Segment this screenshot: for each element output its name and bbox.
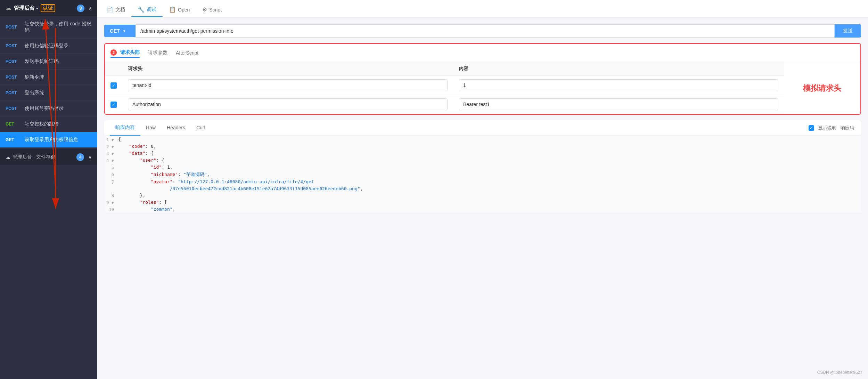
request-headers-table: 请求头 内容 — [105, 62, 784, 114]
show-desc-label: 显示说明 — [818, 125, 836, 131]
line-content: "roles": [ — [118, 200, 861, 205]
tab-response-headers-label: Headers — [167, 125, 185, 130]
sidebar-item-refresh-token[interactable]: POST 刷新令牌 — [0, 70, 97, 85]
url-bar: GET ▼ 发送 — [104, 24, 861, 38]
row2-name-input[interactable] — [128, 98, 448, 110]
method-badge: POST — [6, 90, 21, 95]
sidebar-item-send-sms[interactable]: POST 发送手机验证码 — [0, 54, 97, 70]
top-navigation: 📄 文档 🔧 调试 📋 Open ⚙ Script — [97, 0, 868, 17]
col-checkbox — [105, 62, 122, 76]
line-content: "common", — [118, 207, 861, 212]
sidebar-group-auth-title: 管理后台 - — [14, 5, 38, 11]
method-selector[interactable]: GET ▼ — [104, 25, 136, 37]
doc-icon: 📄 — [106, 6, 113, 13]
tab-after-script[interactable]: AfterScript — [176, 49, 198, 57]
method-badge: POST — [6, 59, 21, 64]
row1-value-cell — [453, 76, 784, 95]
tab-docs[interactable]: 📄 文档 — [100, 3, 131, 17]
method-badge: GET — [6, 137, 21, 142]
request-badge: 2 — [110, 49, 117, 56]
sidebar-item-label: 社交授权的跳转 — [25, 121, 92, 127]
row1-checkbox-cell — [105, 76, 122, 95]
tab-open-label: Open — [178, 7, 190, 13]
sidebar-item-get-permission[interactable]: GET 获取登录用户的权限信息 — [0, 132, 97, 148]
row2-value-cell — [453, 95, 784, 114]
chevron-down-icon: ∨ — [88, 154, 92, 160]
sidebar: ☁ 管理后台 - 认证 8 ∧ POST 社交快捷登录，使用 code 授权码 … — [0, 0, 97, 379]
sidebar-group-file-badge: 4 — [76, 153, 84, 161]
line-num: 9 ▼ — [104, 200, 118, 205]
sidebar-group-auth[interactable]: ☁ 管理后台 - 认证 8 ∧ — [0, 0, 97, 16]
tab-response-content[interactable]: 响应内容 — [110, 120, 140, 136]
table-row — [105, 76, 784, 95]
line-num: 6 — [104, 171, 118, 177]
sidebar-item-password-login[interactable]: POST 使用账号密码登录 — [0, 101, 97, 116]
code-line: 9 ▼ "roles": [ — [104, 199, 861, 206]
line-num: 4 ▼ — [104, 158, 118, 163]
tab-response-raw[interactable]: Raw — [140, 121, 161, 135]
sidebar-item-label: 获取登录用户的权限信息 — [25, 137, 92, 143]
sidebar-group-file-storage[interactable]: ☁ 管理后台 - 文件存储 4 ∨ — [0, 149, 97, 165]
method-badge: POST — [6, 106, 21, 111]
row1-name-input[interactable] — [128, 79, 448, 91]
main-content: 📄 文档 🔧 调试 📋 Open ⚙ Script GET ▼ 发送 — [97, 0, 868, 379]
response-json: 1 ▼ { 2 ▼ "code": 0, 3 ▼ "data": { 4 ▼ "… — [104, 136, 861, 213]
tab-response-curl[interactable]: Curl — [191, 121, 211, 135]
tab-request-params[interactable]: 请求参数 — [148, 48, 167, 57]
line-num: 1 ▼ — [104, 137, 118, 142]
url-input[interactable] — [136, 24, 835, 38]
sidebar-group-file-title: 管理后台 - 文件存储 — [13, 154, 56, 160]
tab-response-headers[interactable]: Headers — [161, 121, 191, 135]
sim-header-label: 模拟请求头 — [784, 62, 860, 114]
table-row — [105, 95, 784, 114]
code-line: 6 "nickname": "芋道源码", — [104, 171, 861, 178]
line-content: }, — [118, 193, 861, 198]
tab-script[interactable]: ⚙ Script — [196, 3, 228, 17]
line-num: 7 — [104, 179, 118, 185]
tab-response-raw-label: Raw — [146, 125, 156, 130]
response-tabs: 响应内容 Raw Headers Curl 显示说明 响应码: — [104, 120, 861, 136]
sidebar-item-label: 登出系统 — [25, 90, 92, 96]
tab-debug[interactable]: 🔧 调试 — [131, 3, 163, 17]
tab-request-headers[interactable]: 2 请求头部 — [110, 48, 140, 58]
line-num: 3 ▼ — [104, 151, 118, 156]
row1-checkbox[interactable] — [110, 82, 117, 89]
code-line: 2 ▼ "code": 0, — [104, 143, 861, 150]
sidebar-item-sms-login[interactable]: POST 使用短信验证码登录 — [0, 38, 97, 54]
request-tabs: 2 请求头部 请求参数 AfterScript — [105, 44, 860, 62]
tab-script-label: Script — [209, 7, 222, 13]
code-line: 10 "common", — [104, 206, 861, 213]
tab-request-headers-label: 请求头部 — [120, 49, 140, 55]
send-button[interactable]: 发送 — [835, 24, 861, 38]
cloud-icon-2: ☁ — [6, 154, 10, 160]
row1-name-cell — [122, 76, 453, 95]
method-dropdown-icon: ▼ — [123, 29, 126, 33]
sidebar-group-auth-badge: 8 — [77, 5, 84, 12]
line-num — [104, 186, 118, 187]
row2-checkbox[interactable] — [110, 102, 117, 108]
sidebar-item-logout[interactable]: POST 登出系统 — [0, 85, 97, 101]
method-badge: POST — [6, 25, 21, 30]
tab-response-content-label: 响应内容 — [115, 124, 135, 130]
row2-value-input[interactable] — [459, 98, 778, 110]
col-header-content: 内容 — [453, 62, 784, 76]
line-content: "code": 0, — [118, 144, 861, 149]
line-num: 10 — [104, 207, 118, 212]
line-content: { — [118, 137, 861, 142]
watermark: CSDN @tobebetter9527 — [817, 370, 862, 375]
show-desc-checkbox[interactable] — [809, 125, 814, 131]
content-area: GET ▼ 发送 2 请求头部 请求参数 AfterScript — [97, 17, 868, 379]
sidebar-item-label: 使用短信验证码登录 — [25, 43, 92, 49]
sidebar-item-label: 刷新令牌 — [25, 74, 92, 80]
method-label: GET — [110, 28, 120, 34]
sidebar-item-social-redirect[interactable]: GET 社交授权的跳转 — [0, 116, 97, 132]
tab-docs-label: 文档 — [115, 7, 125, 13]
row2-name-cell — [122, 95, 453, 114]
code-line: 1 ▼ { — [104, 136, 861, 143]
row1-value-input[interactable] — [459, 79, 778, 91]
sidebar-item-social-login[interactable]: POST 社交快捷登录，使用 code 授权码 — [0, 16, 97, 38]
request-panel: 2 请求头部 请求参数 AfterScript — [104, 43, 861, 115]
tab-after-script-label: AfterScript — [176, 50, 198, 56]
debug-icon: 🔧 — [138, 6, 145, 13]
tab-open[interactable]: 📋 Open — [163, 3, 196, 17]
